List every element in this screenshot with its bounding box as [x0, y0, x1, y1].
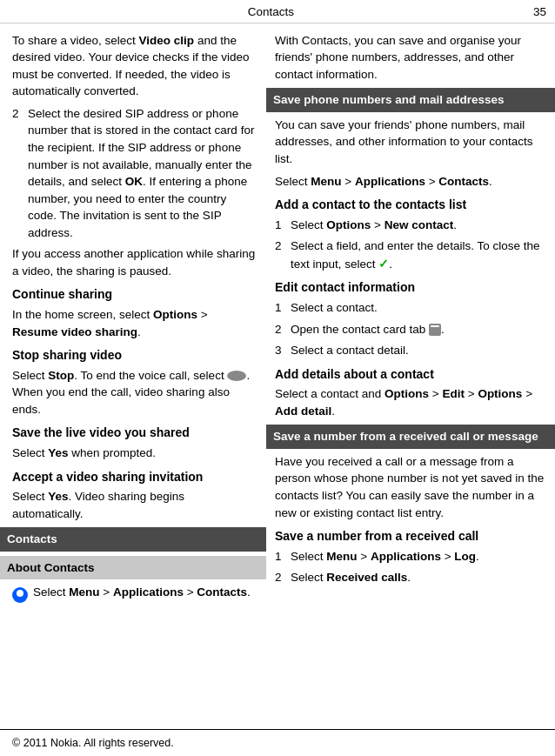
page-container: Contacts 35 To share a video, select Vid… — [0, 0, 555, 756]
add-step-1-text: Select Options > New contact. — [291, 217, 545, 234]
step-2-num: 2 — [12, 105, 28, 242]
content-area: To share a video, select Video clip and … — [0, 23, 555, 729]
stop-text: Select Stop. To end the voice call, sele… — [12, 367, 256, 418]
edit-step-2-text: Open the contact card tab . — [291, 321, 545, 338]
title-text: Contacts — [248, 5, 294, 18]
contacts-section-bar: Contacts — [0, 527, 266, 552]
add-step-1: 1 Select Options > New contact. — [275, 217, 545, 234]
accept-heading: Accept a video sharing invitation — [12, 469, 256, 486]
about-contacts-bar: About Contacts — [0, 556, 266, 580]
continue-heading: Continue sharing — [12, 286, 256, 304]
accept-text: Select Yes. Video sharing begins automat… — [12, 488, 256, 522]
edit-heading: Edit contact information — [275, 279, 545, 297]
contacts-icon-wrap — [12, 585, 30, 603]
footer: © 2011 Nokia. All rights reserved. — [0, 729, 555, 756]
stop-heading: Stop sharing video — [12, 347, 256, 365]
add-step-2: 2 Select a field, and enter the details.… — [275, 238, 545, 272]
step-2-text: Select the desired SIP address or phone … — [28, 105, 256, 242]
save-call-step-2: 2 Select Received calls. — [275, 569, 545, 586]
end-call-icon — [227, 371, 246, 381]
edit-step-2: 2 Open the contact card tab . — [275, 321, 545, 338]
add-step-2-num: 2 — [275, 238, 291, 272]
edit-step-3-text: Select a contact detail. — [291, 342, 545, 359]
page-number: 35 — [533, 3, 546, 21]
save-call-step-2-text: Select Received calls. — [291, 569, 545, 586]
right-intro: With Contacts, you can save and organise… — [275, 32, 545, 84]
page-title: Contacts — [248, 3, 294, 21]
top-bar: Contacts 35 — [0, 0, 555, 23]
save-phone-text: You can save your friends' phone numbers… — [275, 117, 545, 168]
footer-text: © 2011 Nokia. All rights reserved. — [12, 737, 174, 749]
checkmark-icon: ✓ — [378, 255, 389, 272]
save-call-heading: Save a number from a received call — [275, 528, 545, 545]
edit-step-1-num: 1 — [275, 299, 291, 317]
save-number-bar: Save a number from a received call or me… — [266, 425, 555, 449]
contacts-icon — [12, 587, 28, 603]
edit-step-2-num: 2 — [275, 321, 291, 338]
continue-text: In the home screen, select Options > Res… — [12, 306, 256, 340]
edit-step-3-num: 3 — [275, 342, 291, 359]
save-number-text: Have you received a call or a message fr… — [275, 453, 545, 521]
add-step-2-text: Select a field, and enter the details. T… — [291, 238, 545, 272]
save-phone-menu: Select Menu > Applications > Contacts. — [275, 173, 545, 191]
save-call-step-1-text: Select Menu > Applications > Log. — [291, 548, 545, 565]
save-heading: Save the live video you shared — [12, 425, 256, 442]
save-call-step-2-num: 2 — [275, 569, 291, 586]
add-contact-heading: Add a contact to the contacts list — [275, 197, 545, 214]
about-contacts-text: Select Menu > Applications > Contacts. — [33, 584, 251, 601]
edit-step-1: 1 Select a contact. — [275, 299, 545, 317]
step-2-item: 2 Select the desired SIP address or phon… — [12, 105, 256, 242]
add-details-text: Select a contact and Options > Edit > Op… — [275, 385, 545, 419]
card-tab-icon — [429, 324, 441, 336]
about-contacts-row: Select Menu > Applications > Contacts. — [12, 584, 256, 603]
intro-paragraph: To share a video, select Video clip and … — [12, 32, 256, 100]
add-step-1-num: 1 — [275, 217, 291, 234]
save-phone-bar: Save phone numbers and mail addresses — [266, 88, 555, 112]
edit-step-1-text: Select a contact. — [291, 299, 545, 317]
left-column: To share a video, select Video clip and … — [0, 32, 266, 729]
save-call-step-1: 1 Select Menu > Applications > Log. — [275, 548, 545, 565]
edit-step-3: 3 Select a contact detail. — [275, 342, 545, 359]
right-column: With Contacts, you can save and organise… — [266, 32, 555, 729]
save-call-step-1-num: 1 — [275, 548, 291, 565]
add-details-heading: Add details about a contact — [275, 366, 545, 384]
pause-text: If you access another application while … — [12, 245, 256, 279]
save-text: Select Yes when prompted. — [12, 445, 256, 462]
